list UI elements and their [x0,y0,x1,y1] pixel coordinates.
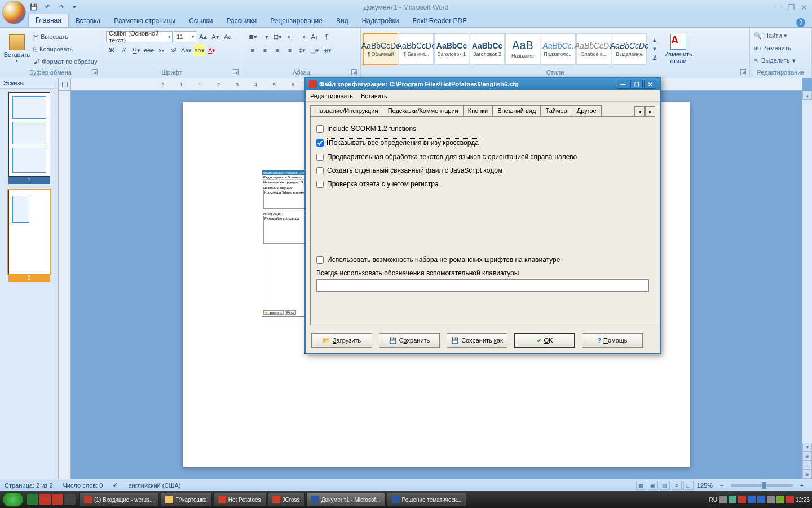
maximize-button[interactable]: ❐ [788,3,795,12]
tray-clock[interactable]: 12:26 [796,497,810,503]
status-page[interactable]: Страница: 2 из 2 [5,482,53,489]
italic-button[interactable]: К [118,45,130,56]
justify-button[interactable]: ≡ [284,45,295,56]
dialog-tab-prompts[interactable]: Подсказки/Комментарии [383,105,464,116]
align-left-button[interactable]: ≡ [247,45,258,56]
view-web-layout[interactable]: ▤ [660,481,670,490]
taskbar-item-word[interactable]: Документ1 - Microsof... [306,493,386,506]
decrease-indent-button[interactable]: ⇤ [284,31,295,42]
undo-icon[interactable]: ↶ [42,2,53,12]
clipboard-launcher[interactable]: ◢ [92,69,98,75]
vertical-ruler[interactable] [59,91,71,479]
start-button[interactable] [2,492,24,507]
style-emphasis[interactable]: AaBbCcDcВыделение [612,33,647,65]
styles-gallery[interactable]: AaBbCcDc¶ Обычный AaBbCcDc¶ Без инт... A… [363,33,647,65]
status-language[interactable]: английский (США) [128,482,180,489]
tray-icon-6[interactable] [776,496,784,503]
checkbox-rtl[interactable]: Предварительная обработка текстов для яз… [316,153,649,161]
tab-foxit[interactable]: Foxit Reader PDF [406,15,474,27]
numbering-button[interactable]: ≡▾ [259,31,271,42]
tab-view[interactable]: Вид [329,15,355,27]
next-page-button[interactable]: ◉ [802,470,812,479]
font-launcher[interactable]: ◢ [233,69,239,75]
line-spacing-button[interactable]: ‡▾ [297,45,308,56]
office-button[interactable] [2,1,26,24]
dialog-ok-button[interactable]: ✔OK [514,333,575,348]
checkbox-case-sensitive[interactable]: Проверка ответа с учетом регистра [316,180,649,188]
bullets-button[interactable]: ≣▾ [247,31,258,42]
quicklaunch-4[interactable] [64,494,76,505]
taskbar-item-hotpotatoes[interactable]: Hot Potatoes [213,493,266,506]
styles-row-up[interactable]: ▴ [649,36,660,45]
dialog-maximize-button[interactable]: ❐ [630,80,643,89]
change-case-button[interactable]: Aa▾ [180,45,192,56]
multilevel-button[interactable]: ⊟▾ [272,31,283,42]
align-right-button[interactable]: ≡ [272,45,283,56]
minimize-button[interactable]: — [774,3,782,12]
zoom-out-button[interactable]: − [716,480,727,491]
dialog-tab-scroll-left[interactable]: ◂ [634,106,645,116]
style-title[interactable]: AaBНазвание [505,33,540,65]
borders-button[interactable]: ⊞▾ [321,45,333,56]
dialog-close-button[interactable]: ✕ [644,80,656,89]
bold-button[interactable]: Ж [106,45,117,56]
style-subtitle[interactable]: AaBbCc.Подзаголо... [541,33,576,65]
highlight-button[interactable]: ab▾ [193,45,205,56]
styles-more[interactable]: ⊻ [649,54,660,63]
dialog-help-button[interactable]: ?Помощь [582,333,643,348]
style-heading1[interactable]: AaBbCcЗаголовок 1 [434,33,469,65]
tab-references[interactable]: Ссылки [182,15,219,27]
dialog-saveas-button[interactable]: 💾Сохранить как [447,333,508,348]
dialog-menu-edit[interactable]: Редактировать [310,93,353,99]
tray-icon-5[interactable] [757,496,765,503]
change-styles-button[interactable]: A Изменить стили [661,29,695,69]
dialog-minimize-button[interactable]: — [617,80,629,89]
tray-volume-icon[interactable] [767,496,775,503]
dialog-tab-scroll-right[interactable]: ▸ [645,106,655,116]
tab-insert[interactable]: Вставка [69,15,108,27]
scroll-up-button[interactable]: ▴ [802,91,812,100]
grow-font-icon[interactable]: A▴ [197,31,209,42]
view-full-reading[interactable]: ▣ [648,481,658,490]
tray-icon-4[interactable] [748,496,756,503]
keypad-input[interactable] [316,279,649,292]
tab-mailings[interactable]: Рассылки [219,15,263,27]
style-subtle[interactable]: AaBbCcDcСлабое в... [576,33,611,65]
shading-button[interactable]: ▢▾ [309,45,320,56]
dialog-tab-appearance[interactable]: Внешний вид [492,105,541,116]
status-words[interactable]: Число слов: 0 [63,482,103,489]
clear-format-icon[interactable]: Aa [222,31,233,42]
tray-icon-3[interactable] [738,496,746,503]
view-outline[interactable]: ≡ [672,481,682,490]
qat-customize-icon[interactable]: ▾ [69,2,80,12]
taskbar-item-jcross[interactable]: JCross [267,493,305,506]
tab-addins[interactable]: Надстройки [355,15,406,27]
tab-review[interactable]: Рецензирование [263,15,329,27]
cut-button[interactable]: ✂Вырезать [33,31,98,42]
ruler-toggle[interactable] [59,78,71,91]
style-nospacing[interactable]: AaBbCcDc¶ Без инт... [399,33,434,65]
dialog-tab-buttons[interactable]: Кнопки [463,105,493,116]
prev-page-button[interactable]: ◉ [802,452,812,461]
dialog-tab-timer[interactable]: Таймер [540,105,572,116]
strike-button[interactable]: abc [143,45,155,56]
taskbar-item-doc2[interactable]: Решение тематическ... [387,493,467,506]
checkbox-show-definitions[interactable]: Показывать все определения внизу кроссво… [316,138,649,147]
tray-icon-2[interactable] [729,496,736,503]
tray-icon-1[interactable] [719,496,727,503]
replace-button[interactable]: abЗаменить [753,42,792,54]
view-print-layout[interactable]: ▦ [636,481,646,490]
shrink-font-icon[interactable]: A▾ [210,31,221,42]
zoom-in-button[interactable]: + [796,480,807,491]
dialog-titlebar[interactable]: Файл корнфигурации: C:\Program Files\Hot… [306,78,660,90]
taskbar-item-explorer[interactable]: F:\картошка [160,493,211,506]
styles-launcher[interactable]: ◢ [740,69,746,75]
paragraph-launcher[interactable]: ◢ [351,69,357,75]
status-spellcheck-icon[interactable]: ✔ [113,481,118,489]
dialog-menu-insert[interactable]: Вставить [361,93,387,99]
thumbnail-page-2[interactable] [8,190,50,274]
find-button[interactable]: 🔍Найти ▾ [753,30,788,41]
font-name-combo[interactable]: Calibri (Основной текст) [106,31,173,42]
subscript-button[interactable]: x₂ [156,45,167,56]
checkbox-nonroman-keyboard[interactable]: Использовать возможность набора не-роман… [316,256,649,264]
